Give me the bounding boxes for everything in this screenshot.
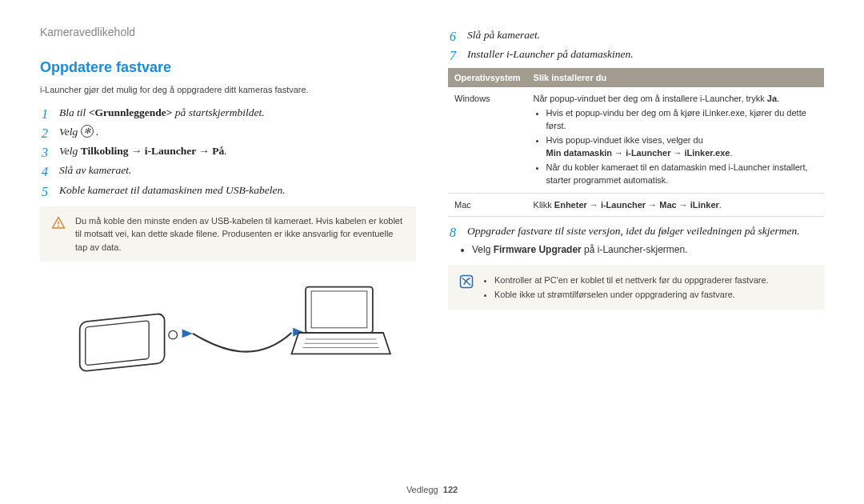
- th-howto: Slik installerer du: [527, 68, 824, 88]
- cell-os-windows: Windows: [448, 87, 527, 193]
- warning-box: Du må koble den minste enden av USB-kabe…: [40, 206, 416, 262]
- step-2: Velg .: [40, 124, 416, 140]
- step-8: Oppgrader fastvare til siste versjon, id…: [448, 223, 824, 239]
- intro-text: i-Launcher gjør det mulig for deg å oppg…: [40, 83, 416, 97]
- step-4: Slå av kameraet.: [40, 162, 416, 178]
- footer-section: Vedlegg: [406, 485, 438, 494]
- note-icon: [459, 274, 474, 289]
- cell-howto-windows: Når popup-vinduet ber deg om å installer…: [527, 87, 824, 193]
- page-number: 122: [443, 485, 458, 494]
- step-8-sub: Velg Firmware Upgrader på i-Launcher-skj…: [448, 242, 824, 257]
- step-5: Koble kameraet til datamaskinen med USB-…: [40, 182, 416, 198]
- steps-list-left: Bla til <Grunnleggende> på startskjermbi…: [40, 105, 416, 198]
- footer: Vedlegg 122: [0, 483, 864, 497]
- note-box: Kontroller at PC'en er koblet til et net…: [448, 265, 824, 310]
- settings-icon: [81, 125, 94, 138]
- step-1: Bla til <Grunnleggende> på startskjermbi…: [40, 105, 416, 121]
- step-7: Installer i-Launcher på datamaskinen.: [448, 46, 824, 62]
- row-windows: Windows Når popup-vinduet ber deg om å i…: [448, 87, 824, 193]
- section-title: Oppdatere fastvare: [40, 57, 416, 78]
- step-6: Slå på kameraet.: [448, 27, 824, 43]
- svg-point-4: [169, 331, 178, 340]
- svg-rect-8: [311, 291, 367, 328]
- steps-list-right-b: Oppgrader fastvare til siste versjon, id…: [448, 223, 824, 239]
- note-item-1: Kontroller at PC'en er koblet til et net…: [494, 274, 769, 287]
- warning-icon: [51, 216, 66, 230]
- svg-rect-7: [306, 287, 373, 333]
- warning-text: Du må koble den minste enden av USB-kabe…: [75, 214, 405, 254]
- cell-os-mac: Mac: [448, 193, 527, 217]
- steps-list-right-a: Slå på kameraet. Installer i-Launcher på…: [448, 27, 824, 63]
- cell-howto-mac: Klikk Enheter → i-Launcher → Mac → iLink…: [527, 193, 824, 217]
- svg-rect-2: [80, 314, 165, 372]
- svg-point-1: [58, 226, 59, 227]
- th-os: Operativsystem: [448, 68, 527, 88]
- note-item-2: Koble ikke ut strømtilførselen under opp…: [494, 288, 769, 302]
- row-mac: Mac Klikk Enheter → i-Launcher → Mac → i…: [448, 193, 824, 217]
- usb-connection-illustration: [40, 273, 416, 393]
- svg-rect-3: [86, 321, 149, 366]
- breadcrumb: Kameravedlikehold: [40, 24, 416, 41]
- svg-marker-5: [182, 330, 193, 338]
- step-3: Velg Tilkobling → i-Launcher → På.: [40, 143, 416, 159]
- install-table: Operativsystem Slik installerer du Windo…: [448, 68, 824, 218]
